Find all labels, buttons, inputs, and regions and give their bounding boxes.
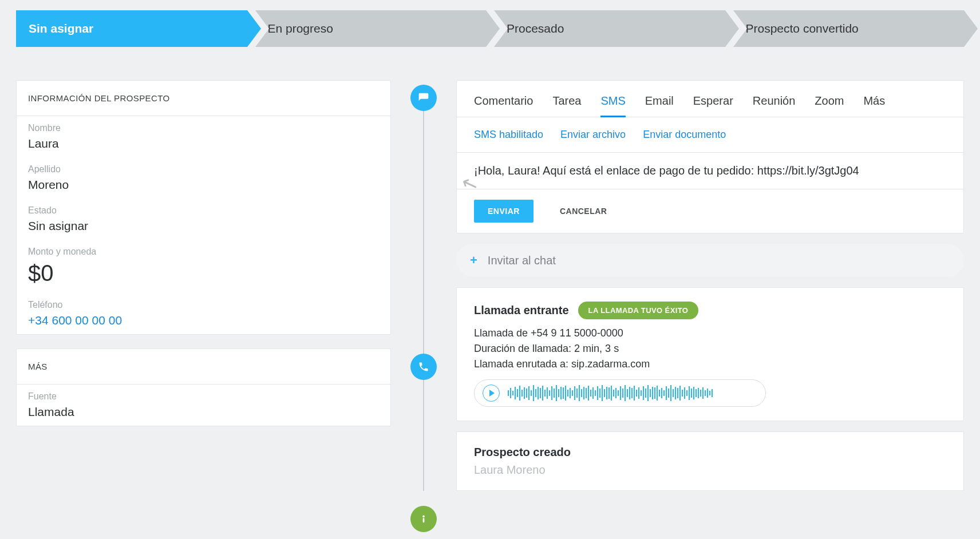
sms-message-text: ¡Hola, Laura! Aquí está el enlace de pag… — [474, 164, 859, 177]
send-file-link[interactable]: Enviar archivo — [560, 129, 626, 141]
sms-enabled-link[interactable]: SMS habilitado — [474, 129, 543, 141]
source-value[interactable]: Llamada — [28, 405, 379, 419]
comment-icon — [410, 85, 437, 111]
more-card: MÁS Fuente Llamada — [16, 348, 391, 426]
step-label: Prospecto convertido — [746, 22, 859, 35]
prospect-info-card: INFORMACIÓN DEL PROSPECTO Nombre Laura A… — [16, 80, 391, 335]
tab-tarea[interactable]: Tarea — [552, 91, 581, 117]
step-label: Procesado — [507, 22, 564, 35]
source-label: Fuente — [28, 391, 379, 402]
send-document-link[interactable]: Enviar documento — [643, 129, 726, 141]
status-value[interactable]: Sin asignar — [28, 219, 379, 233]
step-prospecto-convertido[interactable]: Prospecto convertido — [733, 10, 965, 47]
tab-reunion[interactable]: Reunión — [753, 91, 796, 117]
created-by: Laura Moreno — [474, 463, 946, 477]
phone-value[interactable]: +34 600 00 00 00 — [28, 314, 379, 327]
svg-rect-1 — [423, 518, 425, 522]
tab-zoom[interactable]: Zoom — [815, 91, 844, 117]
card-header: INFORMACIÓN DEL PROSPECTO — [17, 81, 390, 116]
info-icon — [410, 506, 437, 532]
tab-comentario[interactable]: Comentario — [474, 91, 533, 117]
pipeline-steps: Sin asignar En progreso Procesado Prospe… — [0, 0, 980, 47]
surname-label: Apellido — [28, 164, 379, 175]
call-duration: Duración de llamada: 2 min, 3 s — [474, 343, 946, 355]
amount-label: Monto y moneda — [28, 247, 379, 257]
play-button[interactable] — [483, 385, 500, 402]
incoming-call-card: Llamada entrante LA LLAMADA TUVO ÉXITO L… — [456, 287, 964, 421]
call-status-badge: LA LLAMADA TUVO ÉXITO — [578, 302, 699, 319]
call-recording-player — [474, 379, 766, 407]
waveform[interactable] — [508, 385, 757, 402]
tab-esperar[interactable]: Esperar — [693, 91, 733, 117]
created-title: Prospecto creado — [474, 446, 946, 459]
timeline — [404, 80, 444, 491]
cancel-button[interactable]: CANCELAR — [546, 200, 621, 223]
name-value[interactable]: Laura — [28, 137, 379, 150]
step-label: Sin asignar — [29, 22, 93, 35]
svg-point-0 — [422, 516, 425, 518]
card-header: MÁS — [17, 349, 390, 385]
amount-value[interactable]: $0 — [28, 260, 379, 286]
call-title: Llamada entrante — [474, 304, 569, 317]
invite-label: Invitar al chat — [488, 254, 556, 267]
play-icon — [489, 390, 495, 397]
step-sin-asignar[interactable]: Sin asignar — [16, 10, 247, 47]
call-routed: Llamada enrutada a: sip.zadarma.com — [474, 358, 946, 370]
step-en-progreso[interactable]: En progreso — [255, 10, 487, 47]
composer-tabs: Comentario Tarea SMS Email Esperar Reuni… — [457, 81, 963, 117]
prospect-created-card: Prospecto creado Laura Moreno — [456, 431, 964, 491]
send-button[interactable]: ENVIAR — [474, 200, 534, 223]
sms-sub-actions: SMS habilitado Enviar archivo Enviar doc… — [457, 117, 963, 153]
status-label: Estado — [28, 205, 379, 216]
activity-composer: Comentario Tarea SMS Email Esperar Reuni… — [456, 80, 964, 233]
tab-sms[interactable]: SMS — [600, 91, 625, 117]
name-label: Nombre — [28, 123, 379, 133]
timeline-line — [423, 104, 424, 491]
sms-message-input[interactable]: ↖ ¡Hola, Laura! Aquí está el enlace de p… — [457, 153, 963, 189]
step-procesado[interactable]: Procesado — [494, 10, 725, 47]
phone-label: Teléfono — [28, 300, 379, 310]
tab-mas[interactable]: Más — [863, 91, 885, 117]
step-label: En progreso — [268, 22, 333, 35]
surname-value[interactable]: Moreno — [28, 178, 379, 192]
invite-to-chat[interactable]: + Invitar al chat — [456, 244, 964, 277]
plus-icon: + — [470, 253, 477, 268]
tab-email[interactable]: Email — [645, 91, 674, 117]
phone-icon — [410, 354, 437, 380]
call-from: Llamada de +54 9 11 5000-0000 — [474, 327, 946, 339]
